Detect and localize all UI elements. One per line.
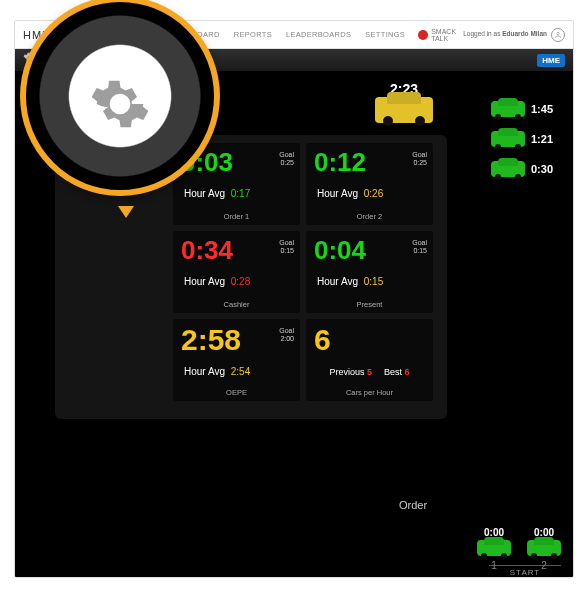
- svg-point-0: [557, 32, 560, 35]
- card-cashier: Goal0:15 0:34 Hour Avg 0:28 Cashier: [173, 231, 300, 313]
- card-cars-per-hour: 6 Previous 5 Best 6 Cars per Hour: [306, 319, 433, 401]
- callout-magnifier: [20, 0, 220, 196]
- order-zone: Order 0:00 1 0:00: [399, 471, 561, 577]
- card-oepe: Goal2:00 2:58 Hour Avg 2:54 OEPE: [173, 319, 300, 401]
- queue-item: 1:45: [491, 101, 561, 117]
- hme-badge: HME: [537, 54, 565, 67]
- card-order2: Goal0:25 0:12 Hour Avg 0:26 Order 2: [306, 143, 433, 225]
- nav-smack-talk[interactable]: SMACK TALK: [414, 28, 459, 42]
- nav-reports[interactable]: REPORTS: [229, 30, 277, 39]
- smack-icon: [418, 30, 428, 40]
- smack-label: SMACK TALK: [431, 28, 455, 42]
- queue-column: 1:45 1:21 0:30 Order 0:00 1: [455, 101, 561, 577]
- callout-pointer: [118, 206, 134, 218]
- car-bay1: [477, 540, 511, 556]
- user-icon[interactable]: [551, 28, 565, 42]
- login-status: Logged in as Eduardo Milan: [463, 31, 547, 38]
- order-bay-2: 0:00 2: [527, 527, 561, 571]
- queue-item: 1:21: [491, 131, 561, 147]
- order-label: Order: [399, 499, 427, 511]
- queue-item: 0:30: [491, 161, 561, 177]
- gear-icon: [89, 73, 151, 135]
- order-bay-1: 0:00 1: [477, 527, 511, 571]
- nav-settings[interactable]: SETTINGS: [360, 30, 410, 39]
- lane-cashier: 2:23: [375, 81, 433, 127]
- card-present: Goal0:15 0:04 Hour Avg 0:15 Present: [306, 231, 433, 313]
- car-cashier: [375, 97, 433, 123]
- nav-leaderboards[interactable]: LEADERBOARDS: [281, 30, 356, 39]
- car-bay2: [527, 540, 561, 556]
